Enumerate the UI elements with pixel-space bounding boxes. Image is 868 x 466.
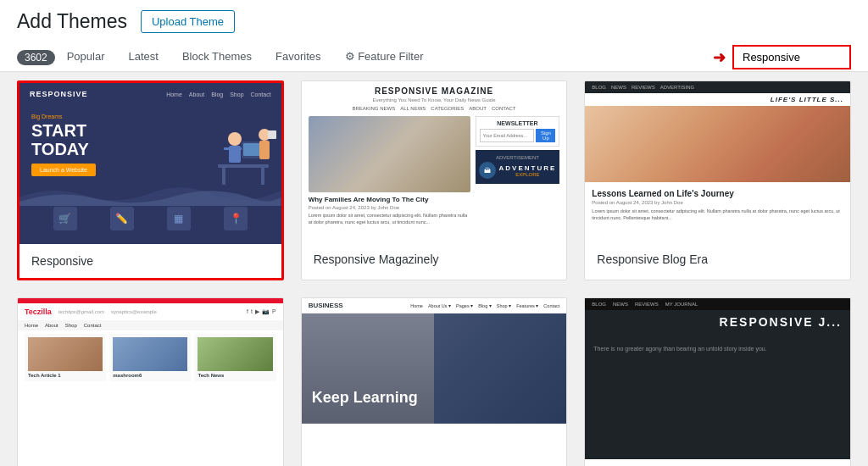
teczilla-main-nav-links: Home About Shop Contact [25, 323, 101, 328]
mag-article-text: Lorem ipsum dolor sit amet, consectetur … [309, 213, 470, 225]
upload-theme-button[interactable]: Upload Theme [141, 10, 235, 33]
resp-cta-button[interactable]: Launch a Website [31, 164, 96, 176]
gear-icon: ⚙ [345, 50, 355, 63]
resp-nav-blog: Blog [211, 92, 223, 97]
mag-ad-symbol: 🏔 [484, 167, 491, 175]
mag-ad: ADVERTISEMENT 🏔 ADVENTURE EXPLORE [476, 150, 560, 184]
header-top: Add Themes Upload Theme [17, 10, 851, 43]
theme-title-teczilla: Teczilla [18, 459, 283, 466]
business-nav-home: Home [410, 303, 423, 308]
teczilla-card-img-2 [113, 337, 187, 371]
mag-subtitle: Everything You Need To Know, Your Daily … [309, 97, 560, 103]
tab-feature-filter[interactable]: ⚙ Feature Filter [333, 43, 436, 71]
mag-newsletter-submit[interactable]: Sign Up [536, 129, 555, 142]
search-input[interactable] [732, 45, 851, 69]
business-logo: BUSINESS [309, 302, 343, 309]
theme-title-magazinely: Responsive Magazinely [302, 242, 567, 276]
blog-content: Lessons Learned on Life's Journey Posted… [585, 182, 850, 228]
svg-point-3 [228, 132, 242, 146]
teczilla-pinterest-icon: P [272, 308, 276, 315]
blog-preview-content: BLOG NEWS REVIEWS ADVERTISING LIFE'S LIT… [585, 81, 850, 242]
resp-nav: RESPONSIVE Home About Blog Shop Contact [19, 83, 281, 105]
journal-nav-blog: BLOG [592, 302, 606, 307]
teczilla-card-img-3 [198, 337, 272, 371]
teczilla-nav-left: Teczilla techtips@gmail.com synaptics@ex… [25, 308, 157, 316]
svg-rect-10 [259, 141, 270, 159]
nav-left: 3602 Popular Latest Block Themes Favorit… [17, 43, 435, 71]
mag-article-title: Why Families Are Moving To The City [309, 196, 470, 203]
blog-article-text: Lorem ipsum dolor sit amet, consectetur … [592, 208, 843, 221]
page-wrap: Add Themes Upload Theme 3602 Popular Lat… [0, 0, 868, 466]
hero-person-placeholder [302, 313, 434, 424]
teczilla-content: Tech Article 1 mashroom6 Tech News [18, 330, 283, 385]
resp-nav-shop: Shop [230, 92, 243, 97]
blog-img-inner [585, 106, 850, 182]
tab-latest[interactable]: Latest [117, 43, 170, 71]
theme-title-blog-era: Responsive Blog Era [585, 242, 850, 276]
journal-nav-my-journal: MY JOURNAL [665, 302, 698, 307]
theme-card-journal[interactable]: BLOG NEWS REVIEWS MY JOURNAL RESPONSIVE … [584, 297, 851, 466]
business-nav-links: Home About Us ▾ Pages ▾ Blog ▾ Shop ▾ Fe… [410, 303, 559, 308]
nav-tabs-wrap: 3602 Popular Latest Block Themes Favorit… [17, 43, 851, 71]
theme-card-keep-learning[interactable]: BUSINESS Home About Us ▾ Pages ▾ Blog ▾ … [301, 297, 568, 466]
teczilla-youtube-icon: ▶ [255, 308, 259, 315]
teczilla-instagram-icon: 📷 [262, 308, 270, 315]
theme-preview-blog-era: BLOG NEWS REVIEWS ADVERTISING LIFE'S LIT… [585, 81, 850, 242]
teczilla-card-2: mashroom6 [109, 334, 191, 381]
teczilla-nav-about: About [45, 323, 58, 328]
journal-nav: BLOG NEWS REVIEWS MY JOURNAL [585, 298, 850, 310]
resp-nav-links: Home About Blog Shop Contact [166, 92, 270, 97]
mag-img-inner [309, 116, 470, 192]
resp-icon-grid: ▦ [167, 207, 191, 230]
journal-brand-title: RESPONSIVE J... [593, 315, 842, 329]
tab-block-themes[interactable]: Block Themes [170, 43, 264, 71]
mag-newsletter-title: NEWSLETTER [480, 120, 556, 126]
svg-rect-0 [218, 164, 269, 168]
business-nav-contact: Contact [543, 303, 559, 308]
teczilla-card-1: Tech Article 1 [25, 334, 106, 381]
tab-favorites[interactable]: Favorites [264, 43, 332, 71]
themes-count[interactable]: 3602 [17, 50, 55, 65]
business-nav-features: Features ▾ [516, 303, 538, 308]
business-preview-content: BUSINESS Home About Us ▾ Pages ▾ Blog ▾ … [302, 298, 567, 459]
teczilla-nav-contact: Contact [84, 323, 102, 328]
theme-card-teczilla[interactable]: Teczilla techtips@gmail.com synaptics@ex… [17, 297, 284, 466]
theme-preview-teczilla: Teczilla techtips@gmail.com synaptics@ex… [18, 298, 283, 459]
blog-article-meta: Posted on August 24, 2023 by John Doe [592, 200, 843, 205]
mag-article-meta: Posted on August 24, 2023 by John Doe [309, 205, 470, 210]
tab-popular[interactable]: Popular [55, 43, 117, 71]
business-nav-about: About Us ▾ [428, 303, 451, 308]
journal-brand-wrap: RESPONSIVE J... [585, 310, 850, 334]
svg-rect-11 [268, 130, 276, 139]
business-nav-blog: Blog ▾ [478, 303, 492, 308]
mag-ad-content: ADVENTURE EXPLORE [499, 164, 557, 177]
theme-preview-magazinely: RESPONSIVE MAGAZINE Everything You Need … [302, 81, 567, 242]
mag-newsletter-input[interactable] [480, 129, 535, 142]
mag-nav: BREAKING NEWS ALL NEWS CATEGORIES ABOUT … [309, 106, 560, 111]
resp-icon-edit: ✏️ [110, 207, 134, 230]
theme-card-responsive[interactable]: RESPONSIVE Home About Blog Shop Contact … [17, 80, 284, 280]
mag-layout: Why Families Are Moving To The City Post… [309, 116, 560, 225]
svg-rect-4 [229, 146, 241, 163]
magazine-preview-content: RESPONSIVE MAGAZINE Everything You Need … [302, 81, 567, 242]
journal-sub: There is no greater agony than bearing a… [593, 346, 842, 352]
business-nav-shop: Shop ▾ [497, 303, 511, 308]
mag-ad-label: ADVERTISEMENT [479, 155, 557, 160]
theme-card-magazinely[interactable]: RESPONSIVE MAGAZINE Everything You Need … [301, 80, 568, 280]
resp-logo: RESPONSIVE [30, 90, 88, 98]
theme-card-blog-era[interactable]: BLOG NEWS REVIEWS ADVERTISING LIFE'S LIT… [584, 80, 851, 280]
resp-hero: Big Dreams STARTTODAY Launch a Website [19, 105, 281, 185]
teczilla-card-img-1 [28, 337, 103, 371]
journal-preview-content: BLOG NEWS REVIEWS MY JOURNAL RESPONSIVE … [585, 298, 850, 459]
teczilla-nav: Teczilla techtips@gmail.com synaptics@ex… [18, 303, 283, 320]
journal-content: There is no greater agony than bearing a… [585, 334, 850, 360]
responsive-preview-content: RESPONSIVE Home About Blog Shop Contact … [19, 83, 281, 244]
theme-preview-keep-learning: BUSINESS Home About Us ▾ Pages ▾ Blog ▾ … [302, 298, 567, 459]
business-hero-img [302, 313, 567, 424]
teczilla-card-3: Tech News [194, 334, 275, 381]
teczilla-nav-shop: Shop [65, 323, 77, 328]
theme-title-journal: Responsive Journal [585, 459, 850, 466]
resp-nav-about: About [189, 92, 204, 97]
mag-main-col: Why Families Are Moving To The City Post… [309, 116, 470, 225]
blog-main-img [585, 106, 850, 182]
